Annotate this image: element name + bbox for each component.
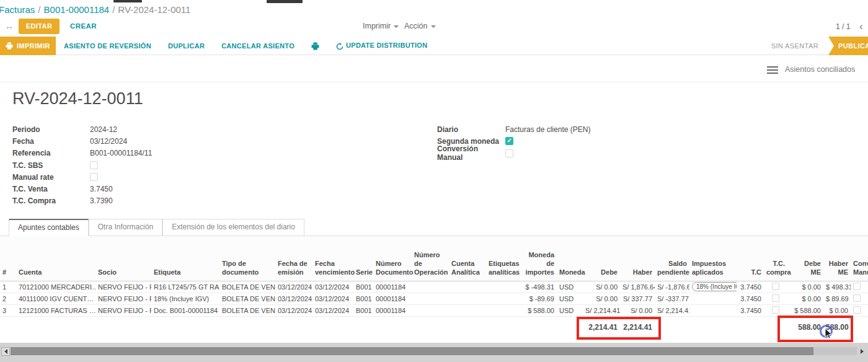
table-cell: BOLETA DE VENTA xyxy=(219,293,275,304)
table-cell: $ 89.69 xyxy=(823,293,851,304)
field-label: Fecha xyxy=(12,137,90,146)
table-row[interactable]: 170121000 MERCADERI…NERVO FEIJO - PASAP…… xyxy=(0,281,868,293)
table-cell xyxy=(486,281,522,293)
column-header[interactable]: Cuenta xyxy=(16,236,95,281)
total-empty-cell xyxy=(449,316,486,337)
column-header[interactable]: Haber ME xyxy=(823,236,851,281)
tab-3[interactable]: Extensión de los elementos del diario xyxy=(162,219,304,236)
column-header[interactable]: Fecha de emisión xyxy=(275,236,312,281)
table-row[interactable]: 312121000 FACTURAS …NERVO FEIJO - PASAP…… xyxy=(0,304,868,316)
column-header[interactable]: Etiqueta xyxy=(151,236,219,281)
update-distribution-label: UPDATE DISTRIBUTION xyxy=(346,42,427,49)
cell-checkbox[interactable] xyxy=(772,306,779,314)
pager-previous-icon[interactable]: ‹ xyxy=(859,20,863,33)
horizontal-scrollbar-thumb[interactable] xyxy=(11,347,813,355)
table-cell: S/ 0.00 xyxy=(583,281,620,293)
table-cell: B001 xyxy=(353,281,373,293)
field-label: Periodo xyxy=(12,125,90,134)
total-empty-cell xyxy=(689,316,737,337)
chevron-down-icon xyxy=(431,25,436,28)
breadcrumb: Facturas/B001-00001184/RV-2024-12-0011 xyxy=(0,4,190,15)
create-button[interactable]: CREAR xyxy=(70,22,97,30)
field-checkbox[interactable] xyxy=(505,149,513,157)
column-header[interactable]: Debe xyxy=(583,236,620,281)
field-checkbox[interactable] xyxy=(505,137,513,145)
reversal-entry-button[interactable]: ASIENTO DE REVERSIÓN xyxy=(64,42,151,50)
cell-checkbox[interactable] xyxy=(853,283,861,290)
scrollbar-left-arrow-icon[interactable] xyxy=(1,347,10,356)
column-header[interactable]: Moneda de importes xyxy=(522,236,557,281)
column-header[interactable]: Moneda xyxy=(557,236,583,281)
table-cell: S/ -1,876.64 xyxy=(655,281,689,293)
annotation-box-debe-haber-me xyxy=(777,316,853,342)
swap-arrows-icon[interactable]: ↔ xyxy=(5,21,14,31)
column-header[interactable]: Debe ME xyxy=(787,236,823,281)
total-empty-cell xyxy=(412,316,449,337)
form-field-row: Periodo2024-12 xyxy=(12,123,273,135)
status-publicado[interactable]: PUBLICADO xyxy=(828,37,868,55)
column-header[interactable]: T.C xyxy=(737,236,764,281)
breadcrumb-item[interactable]: B001-00001184 xyxy=(44,4,110,15)
column-header[interactable]: Fecha vencimiento xyxy=(312,236,353,281)
horizontal-scrollbar-track[interactable] xyxy=(813,347,857,355)
reconciled-entries-button[interactable]: Asientos conciliados xyxy=(785,65,855,74)
column-header[interactable]: Etiquetas analíticas xyxy=(486,236,522,281)
table-cell: 3.7450 xyxy=(737,304,764,316)
total-empty-cell xyxy=(522,316,557,337)
journal-items-table: #CuentaSocioEtiquetaTipo de documentoFec… xyxy=(0,236,868,337)
odoo-journal-entry-screen: Facturas/B001-00001184/RV-2024-12-0011 ↔… xyxy=(0,0,868,362)
duplicate-button[interactable]: DUPLICAR xyxy=(168,42,205,50)
cell-checkbox[interactable] xyxy=(772,294,779,302)
table-cell: 2 xyxy=(0,293,16,304)
printer-icon[interactable] xyxy=(311,42,319,50)
tab-2[interactable]: Otra Información xyxy=(89,219,162,236)
update-distribution-button[interactable]: UPDATE DISTRIBUTION xyxy=(336,42,427,50)
field-value: B001-00001184/11 xyxy=(90,149,152,157)
action-menu[interactable]: Acción xyxy=(404,22,436,30)
table-cell: 3 xyxy=(0,304,16,316)
column-header[interactable]: # xyxy=(0,236,16,281)
hamburger-menu-icon[interactable] xyxy=(767,66,778,74)
column-header[interactable]: Serie xyxy=(353,236,373,281)
table-cell: 12121000 FACTURAS … xyxy=(16,304,95,316)
table-cell: S/ -337.77 xyxy=(655,293,689,304)
table-cell: B001 xyxy=(353,293,373,304)
screen-artifact xyxy=(113,0,142,2)
cell-checkbox[interactable] xyxy=(772,283,779,290)
field-label: Conversión Manual xyxy=(437,144,505,162)
column-header[interactable]: Saldo pendiente xyxy=(655,236,689,281)
column-header[interactable]: Número Documento xyxy=(373,236,412,281)
print-menu[interactable]: Imprimir xyxy=(363,22,399,30)
column-header[interactable]: T.C. compra xyxy=(764,236,787,281)
table-cell: $ -498.31 xyxy=(522,281,557,293)
cell-checkbox[interactable] xyxy=(853,294,861,302)
notebook-tabs: Apuntes contablesOtra InformaciónExtensi… xyxy=(0,219,868,236)
column-header[interactable]: Tipo de documento xyxy=(219,236,275,281)
table-totals-row: 2,214.412,214.41588.00588.00 xyxy=(0,316,868,337)
form-field-row: T.C. SBS xyxy=(12,159,273,171)
table-cell: 03/12/2024 xyxy=(312,304,353,316)
field-checkbox[interactable] xyxy=(90,173,98,181)
tab-1[interactable]: Apuntes contables xyxy=(9,219,89,236)
table-cell: 03/12/2024 xyxy=(275,293,312,304)
field-checkbox[interactable] xyxy=(90,161,98,169)
field-value: 3.7450 xyxy=(90,185,113,193)
table-cell xyxy=(412,293,449,304)
column-header[interactable]: Impuestos aplicados xyxy=(689,236,737,281)
column-header[interactable]: Conversión Manual xyxy=(851,236,868,281)
scrollbar-right-arrow-icon[interactable] xyxy=(861,349,864,354)
table-cell: $ 0.00 xyxy=(823,304,851,316)
breadcrumb-separator: / xyxy=(109,4,118,15)
status-sin-asentar[interactable]: SIN ASENTAR xyxy=(771,42,818,50)
table-cell: $ 498.31 xyxy=(823,281,851,293)
column-header[interactable]: Socio xyxy=(95,236,151,281)
imprimir-button[interactable]: IMPRIMIR xyxy=(0,37,56,55)
cell-checkbox[interactable] xyxy=(853,306,861,314)
table-row[interactable]: 240111000 IGV CUENT…NERVO FEIJO - PASAP…… xyxy=(0,293,868,304)
column-header[interactable]: Haber xyxy=(620,236,655,281)
column-header[interactable]: Cuenta Analítica xyxy=(449,236,486,281)
cancel-entry-button[interactable]: CANCELAR ASIENTO xyxy=(221,42,294,50)
edit-button[interactable]: EDITAR xyxy=(19,19,60,34)
breadcrumb-item[interactable]: Facturas xyxy=(0,4,35,15)
column-header[interactable]: Número de Operación xyxy=(412,236,449,281)
